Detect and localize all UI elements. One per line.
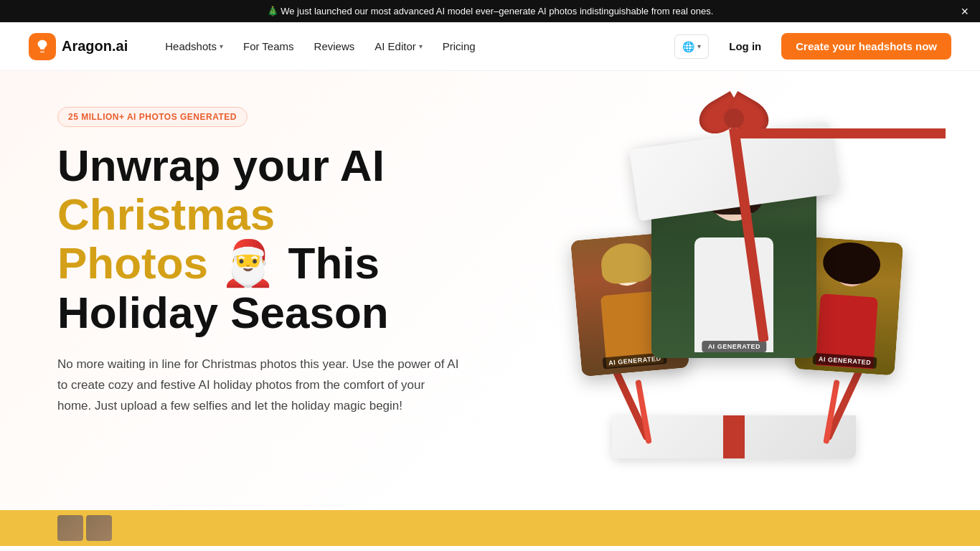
- nav-headshots-label: Headshots: [165, 40, 217, 52]
- chevron-down-icon-2: ▾: [419, 42, 423, 50]
- logo-svg: [34, 39, 50, 55]
- navbar: Aragon.ai Headshots ▾ For Teams Reviews …: [0, 22, 980, 71]
- strip-photo-2: [86, 515, 112, 541]
- hero-left: 25 MILLION+ AI PHOTOS GENERATED Unwrap y…: [57, 100, 533, 430]
- hero-right: AI GENERATED AI GENERATED: [533, 100, 923, 546]
- nav-ai-editor[interactable]: AI Editor ▾: [366, 34, 431, 58]
- gift-box-visual: AI GENERATED AI GENERATED: [547, 85, 920, 501]
- hero-title-holiday: Holiday Season: [57, 288, 389, 337]
- nav-ai-editor-label: AI Editor: [374, 40, 416, 52]
- language-selector[interactable]: 🌐 ▾: [674, 34, 709, 59]
- nav-pricing-label: Pricing: [443, 40, 476, 52]
- announcement-text: 🎄 We just launched our most advanced AI …: [267, 6, 714, 17]
- announcement-bar: 🎄 We just launched our most advanced AI …: [0, 0, 980, 22]
- hero-title: Unwrap your AI Christmas Photos 🎅 This H…: [57, 141, 533, 337]
- bottom-strip: [0, 510, 980, 546]
- globe-icon: 🌐: [682, 41, 694, 52]
- santa-emoji: 🎅: [220, 238, 275, 288]
- bow-center-knot: [724, 108, 744, 128]
- nav-for-teams[interactable]: For Teams: [235, 34, 303, 58]
- hero-section: 25 MILLION+ AI PHOTOS GENERATED Unwrap y…: [0, 71, 980, 546]
- close-announcement-button[interactable]: ×: [961, 5, 969, 18]
- ai-badge-center: AI GENERATED: [702, 341, 766, 352]
- nav-links: Headshots ▾ For Teams Reviews AI Editor …: [156, 34, 674, 58]
- login-button[interactable]: Log in: [717, 34, 773, 58]
- nav-for-teams-label: For Teams: [243, 40, 294, 52]
- chevron-down-icon: ▾: [220, 42, 223, 50]
- photo-strip-preview: [57, 515, 112, 541]
- hero-title-photos: Photos: [57, 238, 208, 288]
- hero-title-line1: Unwrap your AI: [57, 141, 385, 190]
- ribbon-horizontal: [730, 128, 946, 138]
- chevron-down-icon-3: ▾: [697, 42, 701, 50]
- nav-right: 🌐 ▾ Log in Create your headshots now: [674, 33, 951, 60]
- hero-title-line2: Christmas: [57, 189, 275, 239]
- nav-reviews-label: Reviews: [314, 40, 355, 52]
- logo[interactable]: Aragon.ai: [29, 33, 128, 60]
- bow-decoration: [691, 93, 777, 150]
- logo-icon: [29, 33, 56, 60]
- nav-headshots[interactable]: Headshots ▾: [156, 34, 232, 58]
- create-headshots-button[interactable]: Create your headshots now: [781, 33, 951, 60]
- stats-badge: 25 MILLION+ AI PHOTOS GENERATED: [57, 107, 248, 127]
- hero-description: No more waiting in line for Christmas ph…: [57, 354, 459, 417]
- nav-reviews[interactable]: Reviews: [306, 34, 364, 58]
- strip-photo-1: [57, 515, 83, 541]
- nav-pricing[interactable]: Pricing: [434, 34, 484, 58]
- logo-text: Aragon.ai: [62, 38, 128, 55]
- box-ribbon-v: [723, 415, 745, 458]
- hero-title-this: This: [288, 238, 380, 288]
